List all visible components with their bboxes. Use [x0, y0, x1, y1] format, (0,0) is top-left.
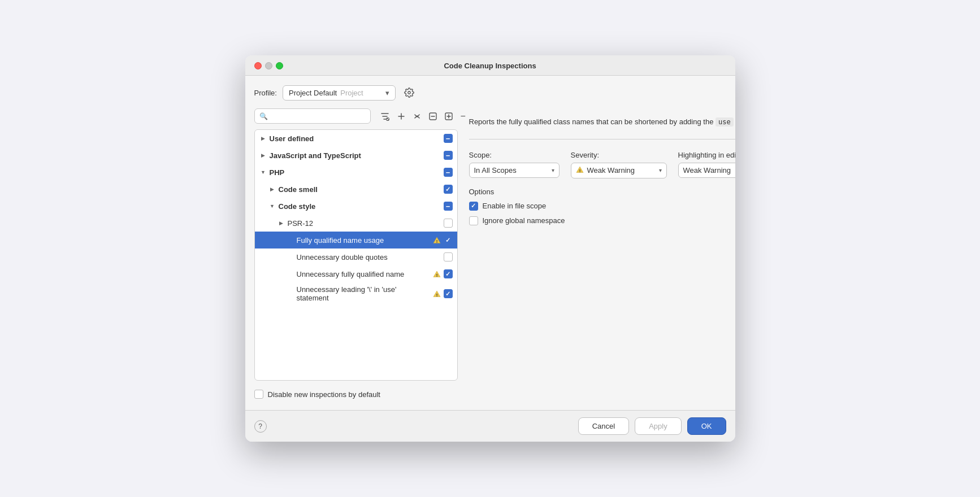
double-quotes-checkbox[interactable] — [444, 252, 453, 261]
warning-icon: ! — [432, 269, 441, 278]
option1-row: Enable in file scope — [469, 202, 735, 211]
code-smell-checkbox[interactable] — [444, 185, 453, 194]
options-section: Options Enable in file scope Ignore glob… — [469, 188, 735, 225]
include-button[interactable] — [442, 110, 456, 123]
main-window: Code Cleanup Inspections Profile: Projec… — [245, 55, 735, 442]
php-checkbox[interactable] — [444, 168, 453, 177]
close-button[interactable] — [254, 62, 262, 69]
chevron-right-icon: ▶ — [259, 151, 267, 159]
collapse-icon — [413, 112, 421, 120]
tree-item-fully-qualified[interactable]: Fully qualified name usage ! — [255, 232, 457, 249]
warning-icon: ! — [432, 236, 441, 245]
ok-button[interactable]: OK — [687, 417, 726, 435]
tree-item-code-smell[interactable]: ▶ Code smell — [255, 181, 457, 198]
tree-item-label: Fully qualified name usage — [297, 236, 430, 245]
options-title: Options — [469, 188, 735, 196]
profile-label: Profile: — [254, 89, 277, 97]
ignore-global-namespace-checkbox[interactable] — [469, 216, 478, 225]
scope-value: In All Scopes — [474, 166, 548, 175]
option2-row: Ignore global namespace — [469, 216, 735, 225]
expand-button[interactable] — [394, 110, 408, 123]
highlight-group: Highlighting in editor: Weak Warning ▾ — [678, 151, 735, 178]
apply-button[interactable]: Apply — [635, 417, 682, 435]
chevron-down-icon: ▾ — [552, 167, 554, 173]
help-icon: ? — [258, 422, 262, 430]
include-icon — [445, 112, 453, 120]
tree-item-unnecessary-fqn[interactable]: Unnecessary fully qualified name ! — [255, 265, 457, 282]
gear-icon — [404, 88, 414, 98]
scope-dropdown[interactable]: In All Scopes ▾ — [469, 163, 560, 178]
search-box[interactable]: 🔍 — [254, 108, 371, 124]
tree-item-code-style[interactable]: ▼ Code style — [255, 198, 457, 215]
option1-label: Enable in file scope — [483, 202, 547, 210]
settings-row: Scope: In All Scopes ▾ Severity: — [469, 151, 735, 178]
highlight-value: Weak Warning — [683, 166, 735, 175]
warning-icon: ! — [432, 289, 441, 298]
tree-item-double-quotes[interactable]: Unnecessary double quotes — [255, 249, 457, 265]
footer-buttons: Cancel Apply OK — [578, 417, 726, 435]
exclude-button[interactable] — [426, 110, 440, 123]
tree-item-label: PSR-12 — [288, 219, 441, 228]
psr12-checkbox[interactable] — [444, 219, 453, 228]
code-inline: use — [716, 117, 734, 127]
js-ts-checkbox[interactable] — [444, 151, 453, 160]
window-title: Code Cleanup Inspections — [444, 62, 536, 70]
chevron-down-icon: ▼ — [259, 168, 267, 176]
minimize-button[interactable] — [265, 62, 272, 69]
inspection-tree: ▶ User defined ▶ JavaScript and TypeScri… — [254, 129, 458, 381]
filter-icon — [380, 112, 389, 121]
tree-item-php[interactable]: ▼ PHP — [255, 164, 457, 181]
chevron-down-icon: ▼ — [268, 202, 276, 210]
severity-warn-icon: ! — [576, 166, 584, 175]
highlight-dropdown[interactable]: Weak Warning ▾ — [678, 163, 735, 178]
svg-text:!: ! — [436, 272, 437, 277]
tree-item-label: Code smell — [279, 185, 441, 194]
profile-select-value: Project Default — [289, 89, 337, 97]
unnecessary-fqn-checkbox[interactable] — [444, 269, 453, 278]
filter-button[interactable] — [378, 110, 392, 123]
chevron-down-icon: ▾ — [385, 89, 389, 97]
description-text: Reports the fully qualified class names … — [469, 116, 735, 128]
svg-point-0 — [408, 91, 411, 94]
help-button[interactable]: ? — [254, 420, 267, 433]
user-defined-checkbox[interactable] — [444, 134, 453, 143]
tree-item-label: Unnecessary leading '\' in 'use' stateme… — [297, 285, 430, 302]
cancel-button[interactable]: Cancel — [578, 417, 629, 435]
scope-label: Scope: — [469, 151, 560, 159]
severity-label: Severity: — [571, 151, 667, 159]
chevron-right-icon: ▶ — [259, 134, 267, 142]
disable-new-inspections-label: Disable new inspections by default — [268, 390, 380, 399]
maximize-button[interactable] — [276, 62, 283, 69]
left-panel: 🔍 — [254, 107, 458, 401]
chevron-right-icon: ▶ — [268, 185, 276, 193]
tree-item-label: JavaScript and TypeScript — [270, 151, 441, 160]
chevron-right-icon: ▶ — [277, 219, 285, 227]
tree-item-label: Unnecessary fully qualified name — [297, 270, 430, 278]
tree-item-js-ts[interactable]: ▶ JavaScript and TypeScript — [255, 147, 457, 164]
enable-in-file-scope-checkbox[interactable] — [469, 202, 478, 211]
traffic-lights — [254, 62, 283, 69]
right-panel: Reports the fully qualified class names … — [458, 107, 735, 401]
unnecessary-leading-checkbox[interactable] — [444, 289, 453, 298]
tree-item-unnecessary-leading[interactable]: Unnecessary leading '\' in 'use' stateme… — [255, 282, 457, 305]
tree-item-psr12[interactable]: ▶ PSR-12 — [255, 215, 457, 232]
tree-item-user-defined[interactable]: ▶ User defined — [255, 130, 457, 147]
content-area: Profile: Project Default Project ▾ 🔍 — [245, 76, 735, 410]
tree-item-label: Unnecessary double quotes — [297, 253, 441, 261]
search-icon: 🔍 — [259, 112, 268, 120]
highlight-label: Highlighting in editor: — [678, 151, 735, 159]
code-style-checkbox[interactable] — [444, 202, 453, 211]
tree-item-label: User defined — [270, 134, 441, 143]
horizontal-divider — [469, 139, 735, 139]
description-area: Reports the fully qualified class names … — [469, 116, 735, 128]
search-input[interactable] — [271, 112, 366, 120]
gear-button[interactable] — [401, 85, 417, 101]
exclude-icon — [429, 112, 437, 120]
disable-new-inspections-checkbox[interactable] — [254, 390, 263, 399]
collapse-button[interactable] — [410, 110, 424, 123]
fully-qualified-checkbox[interactable] — [444, 236, 453, 245]
tree-item-label: Code style — [279, 202, 441, 211]
expand-icon — [397, 112, 405, 120]
severity-dropdown[interactable]: ! Weak Warning ▾ — [571, 163, 667, 178]
profile-select[interactable]: Project Default Project ▾ — [283, 85, 396, 101]
